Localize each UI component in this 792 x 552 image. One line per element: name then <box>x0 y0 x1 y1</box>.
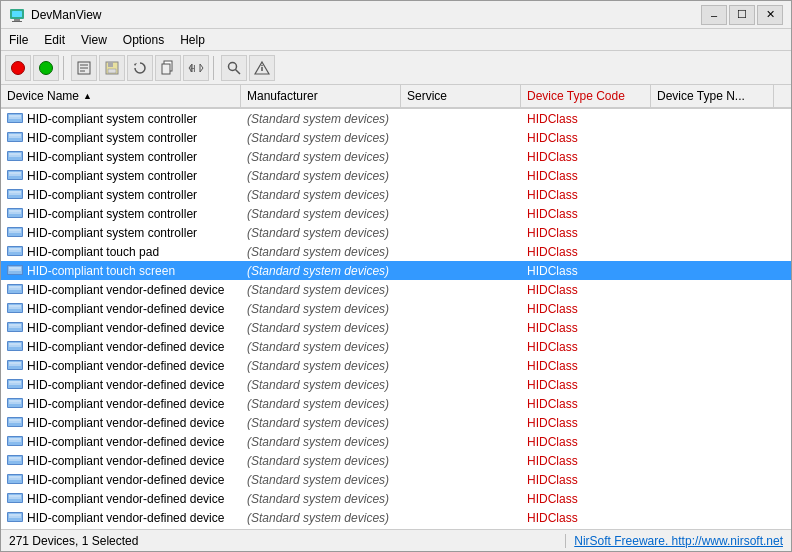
cell-device-type-code: HIDClass <box>521 415 651 431</box>
cell-service <box>401 137 521 139</box>
menu-view[interactable]: View <box>73 31 115 49</box>
toolbar-sep-1 <box>63 56 67 80</box>
cell-manufacturer: (Standard system devices) <box>241 453 401 469</box>
maximize-button[interactable]: ☐ <box>729 5 755 25</box>
table-row[interactable]: HID-compliant touch screen(Standard syst… <box>1 261 791 280</box>
cell-device-type-name <box>651 327 791 329</box>
cell-service <box>401 517 521 519</box>
device-name-text: HID-compliant vendor-defined device <box>27 378 224 392</box>
svg-rect-9 <box>108 62 113 67</box>
table-row[interactable]: HID-compliant system controller(Standard… <box>1 147 791 166</box>
cell-device-type-name <box>651 365 791 367</box>
menu-help[interactable]: Help <box>172 31 213 49</box>
cell-service <box>401 346 521 348</box>
table-row[interactable]: HID-compliant system controller(Standard… <box>1 166 791 185</box>
table-row[interactable]: HID-compliant system controller(Standard… <box>1 204 791 223</box>
minimize-button[interactable]: – <box>701 5 727 25</box>
window-title: DevManView <box>31 8 701 22</box>
table-row[interactable]: HID-compliant vendor-defined device(Stan… <box>1 280 791 299</box>
svg-line-18 <box>236 69 241 74</box>
menu-options[interactable]: Options <box>115 31 172 49</box>
table-row[interactable]: HID-compliant vendor-defined device(Stan… <box>1 489 791 508</box>
table-row[interactable]: HID-compliant vendor-defined device(Stan… <box>1 394 791 413</box>
device-name-text: HID-compliant system controller <box>27 169 197 183</box>
close-button[interactable]: ✕ <box>757 5 783 25</box>
col-header-manufacturer[interactable]: Manufacturer <box>241 85 401 107</box>
cell-device-name: HID-compliant vendor-defined device <box>1 414 241 432</box>
table-row[interactable]: HID-compliant vendor-defined device(Stan… <box>1 337 791 356</box>
copy-button[interactable] <box>155 55 181 81</box>
status-nirsoft-link[interactable]: NirSoft Freeware. http://www.nirsoft.net <box>574 534 783 548</box>
cell-service <box>401 403 521 405</box>
about-button[interactable] <box>249 55 275 81</box>
cell-device-type-name <box>651 441 791 443</box>
device-row-icon <box>7 168 23 184</box>
cell-manufacturer: (Standard system devices) <box>241 301 401 317</box>
col-header-service[interactable]: Service <box>401 85 521 107</box>
cell-device-name: HID-compliant vendor-defined device <box>1 395 241 413</box>
cell-device-type-name <box>651 137 791 139</box>
table-row[interactable]: HID-compliant vendor-defined device(Stan… <box>1 432 791 451</box>
html-button[interactable]: H <box>183 55 209 81</box>
table-row[interactable]: HID-compliant vendor-defined device(Stan… <box>1 375 791 394</box>
table-row[interactable]: HID-compliant touch pad(Standard system … <box>1 242 791 261</box>
cell-service <box>401 441 521 443</box>
cell-device-name: HID-compliant vendor-defined device <box>1 509 241 527</box>
reload-button[interactable] <box>127 55 153 81</box>
table-row[interactable]: HID-compliant vendor-defined device(Stan… <box>1 413 791 432</box>
table-row[interactable]: HID-compliant vendor-defined device(Stan… <box>1 318 791 337</box>
cell-service <box>401 308 521 310</box>
properties-button[interactable] <box>71 55 97 81</box>
svg-rect-13 <box>162 64 170 74</box>
device-row-icon <box>7 339 23 355</box>
table-row[interactable]: HID-compliant vendor-defined device(Stan… <box>1 470 791 489</box>
cell-device-name: HID-compliant vendor-defined device <box>1 281 241 299</box>
cell-device-type-name <box>651 460 791 462</box>
table-body[interactable]: HID-compliant system controller(Standard… <box>1 109 791 529</box>
cell-device-name: HID-compliant system controller <box>1 205 241 223</box>
cell-device-type-code: HIDClass <box>521 339 651 355</box>
cell-device-type-code: HIDClass <box>521 358 651 374</box>
table-row[interactable]: HID-compliant vendor-defined device(Stan… <box>1 451 791 470</box>
device-row-icon <box>7 244 23 260</box>
table-row[interactable]: HID-compliant vendor-defined device(Stan… <box>1 356 791 375</box>
cell-device-type-name <box>651 175 791 177</box>
table-row[interactable]: HID-compliant system controller(Standard… <box>1 109 791 128</box>
search-button[interactable] <box>221 55 247 81</box>
table-row[interactable]: HID-compliant system controller(Standard… <box>1 128 791 147</box>
save-button[interactable] <box>99 55 125 81</box>
copy-icon <box>160 60 176 76</box>
cell-manufacturer: (Standard system devices) <box>241 339 401 355</box>
device-name-text: HID-compliant system controller <box>27 150 197 164</box>
menu-edit[interactable]: Edit <box>36 31 73 49</box>
cell-manufacturer: (Standard system devices) <box>241 320 401 336</box>
table-row[interactable]: HID-compliant vendor-defined device(Stan… <box>1 299 791 318</box>
table-row[interactable]: HID-compliant system controller(Standard… <box>1 223 791 242</box>
cell-device-type-name <box>651 346 791 348</box>
red-indicator[interactable] <box>5 55 31 81</box>
reload-icon <box>132 60 148 76</box>
cell-device-type-name <box>651 403 791 405</box>
device-row-icon <box>7 472 23 488</box>
cell-device-type-name <box>651 118 791 120</box>
device-row-icon <box>7 301 23 317</box>
device-name-text: HID-compliant vendor-defined device <box>27 302 224 316</box>
status-bar: 271 Devices, 1 Selected NirSoft Freeware… <box>1 529 791 551</box>
menu-file[interactable]: File <box>1 31 36 49</box>
cell-device-name: HID-compliant vendor-defined device <box>1 338 241 356</box>
green-indicator[interactable] <box>33 55 59 81</box>
table-row[interactable]: HID-compliant system controller(Standard… <box>1 185 791 204</box>
cell-device-name: HID-compliant system controller <box>1 167 241 185</box>
cell-device-name: HID-compliant vendor-defined device <box>1 300 241 318</box>
col-header-device-type-name[interactable]: Device Type N... <box>651 85 774 107</box>
col-header-device-type-code[interactable]: Device Type Code <box>521 85 651 107</box>
svg-marker-15 <box>200 64 203 72</box>
device-row-icon <box>7 282 23 298</box>
cell-device-name: HID-compliant vendor-defined device <box>1 319 241 337</box>
cell-device-type-name <box>651 270 791 272</box>
device-name-text: HID-compliant vendor-defined device <box>27 283 224 297</box>
green-circle-icon <box>39 61 53 75</box>
cell-device-type-name <box>651 213 791 215</box>
table-row[interactable]: HID-compliant vendor-defined device(Stan… <box>1 508 791 527</box>
col-header-device-name[interactable]: Device Name ▲ <box>1 85 241 107</box>
